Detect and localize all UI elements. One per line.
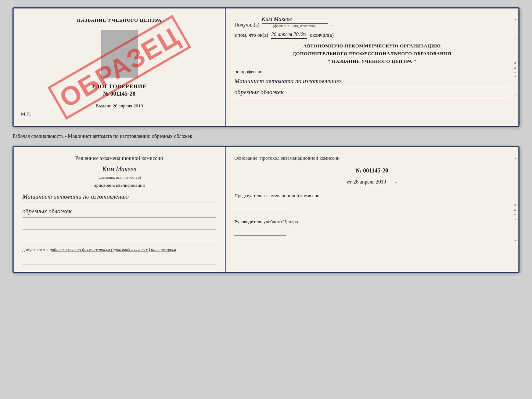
separator-text: Рабочая специальность - Машинист автомат…: [12, 131, 520, 142]
vtom-prefix: в том, что он(а): [234, 32, 268, 38]
komissia-text: Решением экзаменационной комиссии: [22, 154, 216, 163]
bottom-right-dashes: – – – – – –: [514, 147, 517, 272]
rukovoditel-label: Руководитель учебного Центра: [234, 218, 510, 225]
dopuskaetsya-prefix: допускается к: [22, 247, 48, 252]
blank-line-3: [22, 257, 216, 264]
bottom-doc-left-panel: Решением экзаменационной комиссии Ким Ма…: [14, 147, 226, 272]
recipient-line: Получил(а) Ким Макеев (фамилия, имя, отч…: [234, 16, 510, 28]
vydano-label: Выдано: [96, 103, 111, 108]
komissia-fio-label: (фамилия, имя, отчество): [97, 175, 141, 179]
protocol-date: 26 апреля 2019: [353, 179, 386, 186]
photo-placeholder: [101, 30, 138, 78]
top-doc-right-panel: Получил(а) Ким Макеев (фамилия, имя, отч…: [226, 8, 518, 126]
predsedatel-block: Председатель экзаменационной комиссии: [234, 192, 510, 210]
blank-line-1: [22, 222, 216, 229]
protocol-number: № 001145-20: [234, 167, 510, 174]
udostoverenie-number: № 001145-20: [103, 90, 136, 97]
separator-label: Рабочая специальность - Машинист автомат…: [12, 133, 192, 139]
osnov-text: Основание: протокол экзаменационной коми…: [234, 154, 510, 162]
prisvoena-text: присвоена квалификация: [22, 182, 216, 188]
vtom-date: 26 апреля 2019г.: [271, 32, 307, 39]
org-block: АВТОНОМНУЮ НЕКОММЕРЧЕСКУЮ ОРГАНИЗАЦИЮ ДО…: [234, 42, 510, 65]
org-line3: " НАЗВАНИЕ УЧЕБНОГО ЦЕНТРА ": [234, 58, 510, 65]
school-title-top: НАЗВАНИЕ УЧЕБНОГО ЦЕНТРА: [77, 17, 162, 23]
udostoverenie-label: УДОСТОВЕРЕНИЕ: [92, 83, 147, 90]
document-container: НАЗВАНИЕ УЧЕБНОГО ЦЕНТРА ОБРАЗЕЦ УДОСТОВ…: [12, 7, 520, 273]
poluchil-label: Получил(а): [234, 22, 259, 28]
top-doc-left-panel: НАЗВАНИЕ УЧЕБНОГО ЦЕНТРА ОБРАЗЕЦ УДОСТОВ…: [14, 8, 226, 126]
vtom-line: в том, что он(а) 26 апреля 2019г. окончи…: [234, 32, 510, 39]
org-line2: ДОПОЛНИТЕЛЬНОГО ПРОФЕССИОНАЛЬНОГО ОБРАЗО…: [234, 50, 510, 58]
ot-dash: –: [395, 179, 397, 185]
mp-label: М.П.: [21, 111, 31, 117]
recipient-name: Ким Макеев: [262, 16, 328, 24]
komissia-person-name: Ким Макеев: [102, 165, 136, 174]
vydano-line: Выдано 26 апреля 2019: [96, 97, 143, 109]
profession-line2: обрезных обложек: [234, 87, 510, 98]
profession-block: по профессии Машинист автомата по изгото…: [234, 69, 510, 98]
profession-line1: Машинист автомата по изготовлению: [234, 76, 510, 87]
blank-line-2: [22, 234, 216, 241]
bottom-document-card: Решением экзаменационной комиссии Ким Ма…: [12, 146, 520, 273]
ot-prefix: от: [347, 179, 351, 185]
bottom-doc-right-panel: Основание: протокол экзаменационной коми…: [226, 147, 518, 272]
dash-after-name: –: [330, 21, 334, 28]
vydano-date: 26 апреля 2019: [112, 103, 143, 108]
protocol-date-line: от 26 апреля 2019 –: [234, 179, 510, 186]
po-professii-label: по профессии: [234, 69, 510, 75]
kvalif-line1: Машинист автомата по изготовлению: [22, 191, 216, 203]
okonchil-label: окончил(а): [310, 32, 334, 38]
rukovoditel-signature-line: [234, 228, 286, 236]
predsedatel-signature-line: [234, 202, 286, 209]
org-line1: АВТОНОМНУЮ НЕКОММЕРЧЕСКУЮ ОРГАНИЗАЦИЮ: [234, 42, 510, 50]
top-document-card: НАЗВАНИЕ УЧЕБНОГО ЦЕНТРА ОБРАЗЕЦ УДОСТОВ…: [12, 7, 520, 127]
dopuskaetsya-italic: работе согласно должностным (производств…: [50, 247, 176, 252]
predsedatel-label: Председатель экзаменационной комиссии: [234, 192, 510, 199]
rukovoditel-block: Руководитель учебного Центра: [234, 218, 510, 236]
right-dashes: – – – – – –: [514, 8, 517, 126]
dopuskaetsya-block: допускается к работе согласно должностны…: [22, 247, 216, 253]
fio-sublabel: (фамилия, имя, отчество): [273, 24, 317, 28]
kvalif-line2: обрезных обложек: [22, 206, 216, 218]
